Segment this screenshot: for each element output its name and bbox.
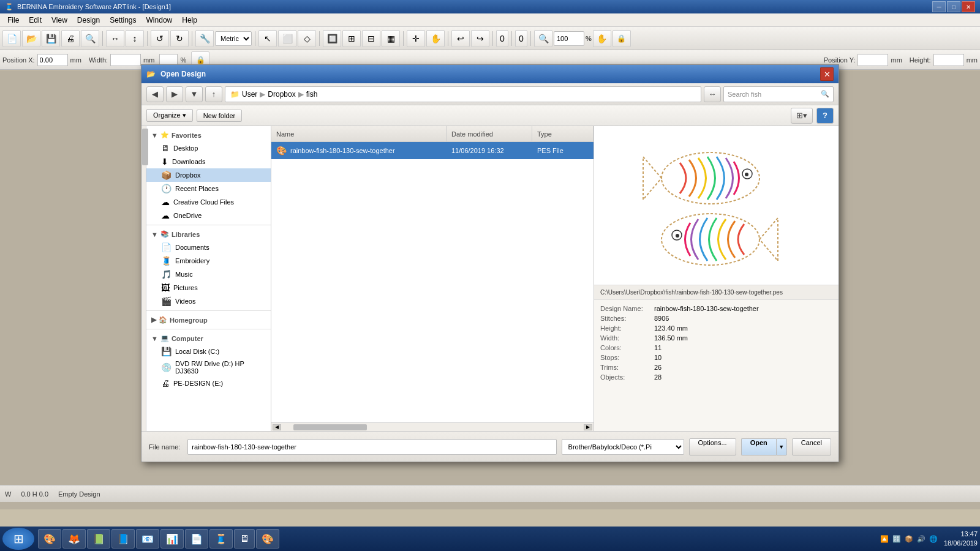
favorites-arrow: ▼ <box>151 132 158 139</box>
tray-icon-2: 🔠 <box>892 535 901 543</box>
breadcrumb-sep1: ▶ <box>260 90 265 99</box>
sidebar-item-documents[interactable]: 📄 Documents <box>146 241 271 254</box>
taskbar-btn-word[interactable]: 📄 <box>185 529 208 549</box>
back-button[interactable]: ◀ <box>146 86 164 102</box>
recent-button[interactable]: ▼ <box>186 86 203 102</box>
preview-stops-row: Stops: 10 <box>600 353 832 362</box>
homegroup-icon: 🏠 <box>159 316 167 324</box>
new-folder-button[interactable]: New folder <box>197 110 243 122</box>
options-button[interactable]: Options... <box>689 438 736 455</box>
computer-header[interactable]: ▼ 💻 Computer <box>146 332 271 345</box>
scroll-right-arrow[interactable]: ▶ <box>584 424 592 430</box>
taskbar-btn-powerpoint[interactable]: 📊 <box>160 529 184 549</box>
taskbar-btn-embroidery[interactable]: 🧵 <box>209 529 233 549</box>
creative-cloud-icon: ☁ <box>161 197 170 207</box>
start-button[interactable]: ⊞ <box>2 528 34 550</box>
firefox-icon: 🦊 <box>68 533 80 545</box>
homegroup-header[interactable]: ▶ 🏠 Homegroup <box>146 313 271 326</box>
sidebar-item-desktop[interactable]: 🖥 Desktop <box>146 141 271 155</box>
sidebar-item-embroidery[interactable]: 🧵 Embroidery <box>146 254 271 268</box>
dialog-close-button[interactable]: ✕ <box>820 67 834 81</box>
objects-label: Objects: <box>600 373 649 381</box>
scroll-left-arrow[interactable]: ◀ <box>273 424 281 430</box>
sidebar-item-music[interactable]: 🎵 Music <box>146 268 271 281</box>
open-design-dialog: 📂 Open Design ✕ ◀ ▶ ▼ ↑ 📁 User ▶ Dropbox… <box>141 64 839 462</box>
file-name-input[interactable] <box>187 439 556 455</box>
dialog-toolbar: Organize ▾ New folder ⊞▾ ? <box>141 105 839 126</box>
libraries-header[interactable]: ▼ 📚 Libraries <box>146 228 271 241</box>
file-name-label: File name: <box>149 443 180 451</box>
taskbar-btn-1[interactable]: 🎨 <box>38 529 61 549</box>
svg-marker-1 <box>643 157 662 200</box>
powerpoint-icon: 📊 <box>166 533 178 545</box>
trims-label: Trims: <box>600 364 649 371</box>
downloads-icon: ⬇ <box>161 157 168 167</box>
pe-design-label: PE-DESIGN (E:) <box>173 380 223 387</box>
dialog-title: Open Design <box>160 70 815 78</box>
sidebar-item-dropbox[interactable]: 📦 Dropbox <box>146 168 271 182</box>
view-toggle[interactable]: ⊞▾ <box>791 108 813 124</box>
taskbar-btn-outlook[interactable]: 📧 <box>136 529 159 549</box>
col-header-date[interactable]: Date modified <box>447 126 532 141</box>
filelist: Name Date modified Type 🎨 rainbow-fish-1… <box>271 126 594 431</box>
open-dropdown-arrow[interactable]: ▼ <box>776 438 787 455</box>
sidebar-divider3 <box>146 329 271 329</box>
taskbar-btn-excel[interactable]: 📗 <box>87 529 110 549</box>
breadcrumb-dropbox: Dropbox <box>268 90 295 99</box>
dialog-footer: File name: Brother/Babylock/Deco (*.Pi O… <box>141 431 839 462</box>
dialog-body: ▼ ⭐ Favorites 🖥 Desktop ⬇ Downloads 📦 <box>141 126 839 431</box>
organize-button[interactable]: Organize ▾ <box>146 109 193 122</box>
outlook-icon: 📧 <box>141 533 154 545</box>
taskbar-btn-paint[interactable]: 🎨 <box>256 529 279 549</box>
file-filter-combo[interactable]: Brother/Babylock/Deco (*.Pi <box>562 439 684 455</box>
filelist-scrollbar-h[interactable]: ◀ ▶ <box>271 422 594 431</box>
pictures-icon: 🖼 <box>161 283 170 293</box>
forward-button[interactable]: ▶ <box>166 86 183 102</box>
file-icon: 🎨 <box>276 146 287 156</box>
preview-panel: C:\Users\User\Dropbox\fish\rainbow-fish-… <box>594 126 839 431</box>
help-button[interactable]: ? <box>816 108 834 124</box>
search-box[interactable]: Search fish 🔍 <box>723 86 834 102</box>
up-button[interactable]: ↑ <box>205 86 222 102</box>
embroidery-taskbar-icon: 🧵 <box>215 533 227 545</box>
preview-width-row: Width: 136.50 mm <box>600 333 832 343</box>
open-button[interactable]: Open <box>741 438 776 455</box>
sidebar-item-videos[interactable]: 🎬 Videos <box>146 294 271 308</box>
sidebar-divider1 <box>146 225 271 225</box>
computer-label: Computer <box>172 335 203 342</box>
embroidery-label: Embroidery <box>175 257 209 264</box>
sidebar-item-dvd[interactable]: 💿 DVD RW Drive (D:) HP DJ3630 <box>146 358 271 377</box>
taskbar-btn-onenote[interactable]: 📘 <box>111 529 135 549</box>
favorites-label: Favorites <box>172 132 202 139</box>
sidebar-item-downloads[interactable]: ⬇ Downloads <box>146 155 271 168</box>
system-clock[interactable]: 13:47 18/06/2019 <box>944 530 978 549</box>
file-name: rainbow-fish-180-130-sew-together <box>290 147 395 154</box>
sidebar-item-local-disk[interactable]: 💾 Local Disk (C:) <box>146 345 271 358</box>
favorites-icon: ⭐ <box>160 131 169 139</box>
embroidery-icon: 🧵 <box>161 256 172 266</box>
sidebar-scrollbar[interactable] <box>141 126 146 431</box>
sidebar-item-recent[interactable]: 🕐 Recent Places <box>146 182 271 195</box>
taskbar-btn-firefox[interactable]: 🦊 <box>62 529 86 549</box>
homegroup-arrow: ▶ <box>151 316 156 324</box>
table-row[interactable]: 🎨 rainbow-fish-180-130-sew-together 11/0… <box>271 142 594 159</box>
breadcrumb-fish: fish <box>306 90 318 99</box>
sidebar-divider2 <box>146 310 271 311</box>
stitches-value: 8906 <box>654 315 669 322</box>
favorites-header[interactable]: ▼ ⭐ Favorites <box>146 129 271 141</box>
onenote-icon: 📘 <box>117 533 129 545</box>
libraries-arrow: ▼ <box>151 231 158 238</box>
col-header-type[interactable]: Type <box>532 126 594 141</box>
sidebar-item-pictures[interactable]: 🖼 Pictures <box>146 281 271 294</box>
sidebar-item-creative-cloud[interactable]: ☁ Creative Cloud Files <box>146 195 271 209</box>
cancel-button[interactable]: Cancel <box>792 438 831 455</box>
taskbar-btn-explorer[interactable]: 🖥 <box>234 529 255 549</box>
sidebar-container: ▼ ⭐ Favorites 🖥 Desktop ⬇ Downloads 📦 <box>141 126 271 431</box>
sidebar: ▼ ⭐ Favorites 🖥 Desktop ⬇ Downloads 📦 <box>146 126 271 431</box>
design-name-label: Design Name: <box>600 305 649 312</box>
col-header-name[interactable]: Name <box>271 126 447 141</box>
sidebar-item-pe-design[interactable]: 🖨 PE-DESIGN (E:) <box>146 377 271 390</box>
refresh-button[interactable]: ↔ <box>704 86 721 102</box>
sidebar-item-onedrive[interactable]: ☁ OneDrive <box>146 209 271 222</box>
onedrive-icon: ☁ <box>161 211 170 220</box>
